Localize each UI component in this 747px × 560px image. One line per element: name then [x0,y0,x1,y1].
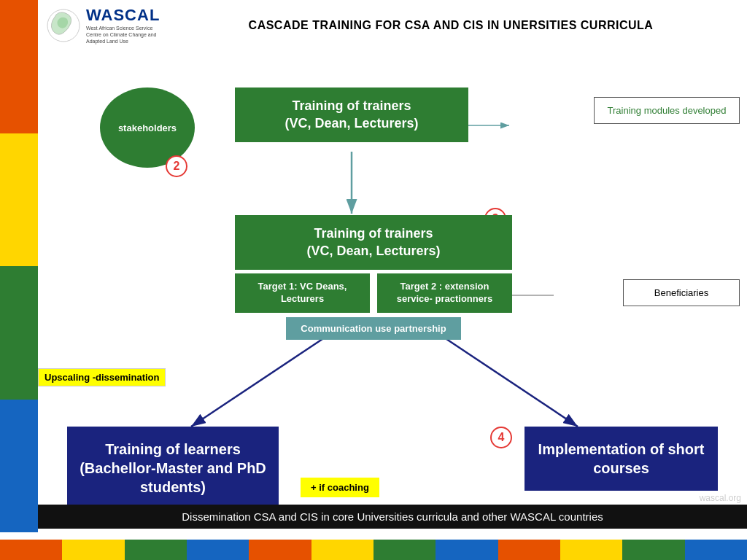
header: WASCAL West African Science Service Cent… [38,0,747,47]
beneficiaries-label: Beneficiaries [654,287,708,298]
comm-box: Communication use partnership [286,317,461,340]
coaching-label: + if coaching [301,478,379,497]
bottom-bar-text: Dissemination CSA and CIS in core Univer… [182,510,603,523]
logo-name: WASCAL [86,6,160,25]
wascal-logo-icon [45,7,82,44]
target1-label: Target 1: VC Deans, Lecturers [258,281,347,304]
beneficiaries-box: Beneficiaries [623,279,740,306]
bottom-right-box: Implementation of short courses [525,427,718,491]
title-area: CASCADE TRAINING FOR CSA AND CIS IN UNER… [162,19,740,32]
top-green-line1: Training of trainers [292,98,411,113]
logo-subtitle: West African Science Service Centre on C… [86,25,159,44]
logo-area: WASCAL West African Science Service Cent… [45,6,162,44]
left-bar [0,0,38,532]
svg-line-5 [191,339,322,427]
target2-label: Target 2 : extension service- practionne… [397,281,493,304]
stakeholders-label: stakeholders [118,122,177,133]
bottom-left-box: Training of learners (Bachellor-Master a… [67,427,279,510]
comm-label: Communication use partnership [301,323,446,334]
diagram: stakeholders 1 2 3 4 4 Training of train… [38,47,747,529]
mid-green-box: Training of trainers (VC, Dean, Lecturer… [235,215,512,270]
bottom-left-line2: (Bachellor-Master and PhD students) [80,460,266,495]
main-content: WASCAL West African Science Service Cent… [38,0,747,540]
strip-seg-1 [0,540,62,560]
strip-seg-2 [62,540,124,560]
bottom-left-line1: Training of learners [105,441,241,457]
modules-label: Training modules developed [608,105,727,116]
badge-4b: 4 [490,427,512,448]
bottom-black-bar: Dissemination CSA and CIS in core Univer… [38,505,747,529]
wascal-org-text: wascal.org [700,493,741,503]
svg-line-6 [446,339,578,427]
strip-seg-6 [311,540,374,560]
modules-box: Training modules developed [594,97,740,124]
bottom-strip [0,540,747,560]
strip-seg-5 [249,540,311,560]
upscaling-label: Upscaling -dissemination [38,368,166,386]
mid-green-line2: (VC, Dean, Lecturers) [306,244,440,258]
page-title: CASCADE TRAINING FOR CSA AND CIS IN UNER… [249,19,654,31]
left-bar-yellow [0,133,38,267]
target2-box: Target 2 : extension service- practionne… [377,273,512,313]
logo-box: WASCAL West African Science Service Cent… [45,6,162,44]
strip-seg-4 [187,540,249,560]
strip-seg-11 [622,540,684,560]
left-bar-orange [0,0,38,133]
strip-seg-3 [125,540,187,560]
left-bar-blue [0,400,38,533]
target1-box: Target 1: VC Deans, Lecturers [235,273,370,313]
mid-green-line1: Training of trainers [314,226,433,241]
top-green-box: Training of trainers (VC, Dean, Lecturer… [235,88,468,142]
strip-seg-9 [498,540,560,560]
strip-seg-12 [685,540,747,560]
strip-seg-10 [560,540,622,560]
badge-2: 2 [166,155,187,177]
left-bar-green [0,266,38,400]
strip-seg-7 [374,540,436,560]
logo-text-block: WASCAL West African Science Service Cent… [86,6,160,44]
strip-seg-8 [436,540,498,560]
top-green-line2: (VC, Dean, Lecturers) [285,116,418,131]
bottom-right-text: Implementation of short courses [538,441,705,476]
